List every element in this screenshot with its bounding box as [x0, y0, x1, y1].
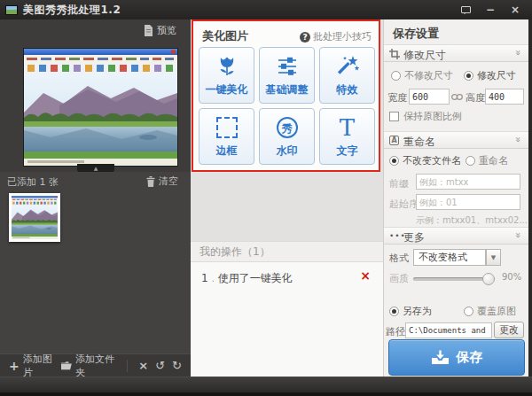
dropdown-arrow-icon[interactable]: ▼: [486, 249, 501, 266]
radio-selected-icon: [464, 71, 473, 81]
resize-radio[interactable]: 修改尺寸: [464, 69, 516, 82]
rename-section-title: 重命名: [403, 135, 435, 150]
keep-ratio-checkbox[interactable]: 保持原图比例: [389, 110, 462, 123]
image-thumbnail[interactable]: [9, 193, 60, 242]
effects-label: 特效: [337, 82, 358, 97]
watermark-button[interactable]: 秀 水印: [259, 108, 315, 165]
radio-icon: [391, 71, 401, 81]
preview-image: [24, 49, 177, 166]
radio-icon: [464, 307, 473, 316]
resize-label: 修改尺寸: [477, 70, 516, 82]
batch-tips-link[interactable]: ? 批处理小技巧: [300, 30, 372, 43]
path-label: 路径: [386, 325, 405, 338]
rename-example: 示例：mtxx01、mtxx02...: [416, 214, 528, 227]
add-image-button[interactable]: + 添加图片: [9, 353, 54, 379]
one-key-beautify-label: 一键美化: [206, 82, 248, 97]
effects-button[interactable]: 特效: [319, 47, 375, 104]
close-button[interactable]: ×: [507, 4, 523, 16]
window-frame-edge: [528, 19, 531, 377]
flower-icon: [215, 54, 239, 79]
clear-all-button[interactable]: 清空: [146, 175, 178, 188]
beautify-panel: 美化图片 ? 批处理小技巧: [191, 19, 383, 377]
operation-text: 使用了一键美化: [218, 272, 293, 284]
my-operations-header: 我的操作（1）: [191, 241, 383, 262]
sliders-icon: [276, 55, 299, 78]
app-logo-icon: [5, 5, 18, 15]
trash-icon: [146, 176, 155, 187]
plus-icon: +: [9, 360, 20, 372]
redo-button[interactable]: ↻: [172, 360, 182, 371]
seal-icon: 秀: [277, 117, 298, 138]
save-settings-title: 保存设置: [393, 26, 439, 42]
rename-section-header[interactable]: A 重命名 »: [384, 131, 528, 149]
file-list-area: 已添加 1 张 清空: [0, 172, 191, 353]
keep-ratio-label: 保持原图比例: [403, 111, 462, 122]
minimize-button[interactable]: −: [482, 4, 498, 16]
one-key-beautify-button[interactable]: 一键美化: [199, 47, 254, 104]
watermark-label: 水印: [277, 144, 298, 159]
change-path-button[interactable]: 更改: [494, 322, 524, 338]
keep-filename-radio[interactable]: 不改变文件名: [389, 154, 461, 167]
chevron-collapse-icon: »: [512, 50, 524, 56]
link-icon: [451, 94, 463, 100]
preview-button[interactable]: 预览: [144, 24, 176, 37]
preview-button-label: 预览: [157, 24, 176, 37]
rename-radio[interactable]: 重命名: [466, 154, 508, 167]
rename-icon: A: [389, 136, 399, 145]
my-operations-panel: 我的操作（1） 1.使用了一键美化 ×: [191, 241, 383, 377]
save-as-radio[interactable]: 另存为: [389, 305, 432, 318]
add-folder-button[interactable]: 添加文件夹: [61, 353, 116, 379]
window-title: 美图秀秀批处理1.2: [23, 3, 121, 18]
prefix-input[interactable]: [416, 174, 520, 190]
border-button[interactable]: 边框: [199, 108, 254, 165]
quality-slider[interactable]: [413, 277, 495, 281]
format-label: 格式: [389, 252, 409, 265]
resize-section-header[interactable]: 修改尺寸 »: [384, 44, 528, 62]
basic-adjust-button[interactable]: 基础调整: [259, 47, 315, 104]
window-frame-bottom: [0, 377, 532, 396]
feedback-bubble-icon: [461, 6, 471, 13]
overwrite-label: 覆盖原图: [477, 306, 516, 317]
beautify-button-grid: 一键美化 基础: [199, 47, 375, 165]
save-button-label: 保存: [457, 349, 483, 366]
height-input[interactable]: [485, 89, 524, 105]
width-label: 宽度: [387, 91, 407, 105]
add-folder-label: 添加文件夹: [75, 353, 117, 379]
beautify-card-highlighted: 美化图片 ? 批处理小技巧: [192, 19, 380, 172]
text-button[interactable]: T 文字: [319, 108, 375, 165]
preview-page-icon: [144, 25, 153, 36]
app-window: 美图秀秀批处理1.2 − × 预览 ▲: [0, 0, 532, 396]
added-count-label: 已添加 1 张: [7, 175, 59, 189]
undo-button[interactable]: ↺: [155, 360, 165, 371]
more-section-header[interactable]: ••• 更多 »: [384, 227, 528, 245]
more-section-title: 更多: [403, 230, 425, 245]
rename-label: 重命名: [479, 155, 508, 167]
path-input[interactable]: [405, 322, 492, 338]
text-label: 文字: [337, 144, 358, 159]
text-t-icon: T: [340, 116, 355, 139]
start-number-input[interactable]: [416, 194, 520, 210]
keep-filename-label: 不改变文件名: [403, 155, 461, 167]
save-button[interactable]: 保存: [388, 339, 525, 376]
overwrite-radio[interactable]: 覆盖原图: [464, 305, 516, 318]
height-label: 高度: [466, 91, 485, 105]
basic-adjust-label: 基础调整: [266, 82, 309, 97]
chevron-collapse-icon: »: [512, 136, 524, 143]
quality-slider-knob[interactable]: [482, 273, 495, 285]
checkbox-icon: [389, 112, 399, 121]
title-bar: 美图秀秀批处理1.2 − ×: [0, 0, 532, 19]
quality-label: 画质: [389, 272, 409, 285]
remove-operation-button[interactable]: ×: [360, 269, 371, 282]
no-resize-radio[interactable]: 不修改尺寸: [391, 69, 453, 82]
radio-icon: [466, 156, 475, 166]
width-input[interactable]: [409, 89, 450, 105]
feedback-button[interactable]: [458, 4, 473, 16]
collapse-up-icon: ▲: [94, 165, 98, 171]
image-list-panel: 预览 ▲ 已添加 1 张 清空: [0, 19, 191, 377]
remove-selected-button[interactable]: ×: [138, 360, 148, 371]
toolbar-divider: [127, 360, 128, 372]
format-select[interactable]: 不改变格式: [413, 249, 486, 266]
save-as-label: 另存为: [403, 306, 432, 317]
folder-icon: [61, 361, 72, 370]
help-icon: ?: [300, 32, 310, 43]
